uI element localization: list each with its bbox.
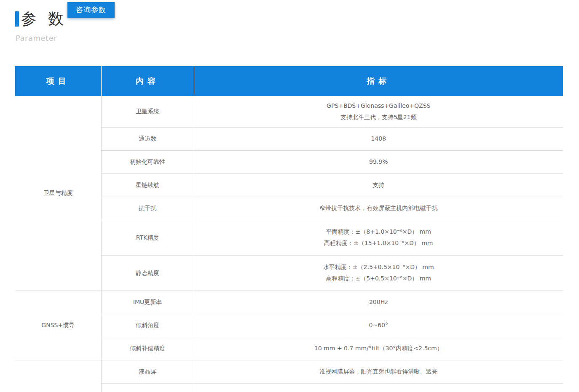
page-title-text: 参数 [21, 11, 75, 27]
item-label-cell [101, 383, 194, 392]
spec-value-line: 99.9% [198, 156, 559, 168]
spec-value-cell: 1408 [194, 127, 563, 150]
spec-value-line: 支持北斗三代，支持5星21频 [198, 112, 559, 123]
spec-value-line: GPS+BDS+Glonass+Galileo+QZSS [198, 100, 559, 112]
group-cell: 卫星与精度 [15, 96, 101, 291]
spec-value-cell [194, 383, 563, 392]
column-header: 内容 [101, 66, 194, 96]
spec-value-cell: 准视网膜屏幕，阳光直射也能看得清晰、透亮 [194, 360, 563, 383]
spec-value-cell: 水平精度：±（2.5+0.5×10⁻⁶×D） mm高程精度：±（5+0.5×10… [194, 255, 563, 291]
spec-value-cell: 窄带抗干扰技术，有效屏蔽主机内部电磁干扰 [194, 197, 563, 220]
table-row: GNSS+惯导IMU更新率200Hz [15, 291, 563, 314]
spec-value-cell: GPS+BDS+Glonass+Galileo+QZSS支持北斗三代，支持5星2… [194, 96, 563, 127]
item-label-cell: IMU更新率 [101, 291, 194, 314]
table-row: 卫星与精度卫星系统GPS+BDS+Glonass+Galileo+QZSS支持北… [15, 96, 563, 127]
spec-value-line: 高程精度：±（5+0.5×10⁻⁶×D） mm [198, 273, 559, 284]
spec-value-cell: 10 mm + 0.7 mm/°tilt（30°内精度<2.5cm） [194, 337, 563, 360]
item-label-cell: 初始化可靠性 [101, 150, 194, 173]
spec-value-cell: 99.9% [194, 150, 563, 173]
group-cell: GNSS+惯导 [15, 291, 101, 360]
spec-value-cell: 0~60° [194, 314, 563, 337]
spec-value-cell: 支持 [194, 173, 563, 197]
item-label-cell: RTK精度 [101, 220, 194, 255]
title-accent-bar [15, 11, 19, 27]
item-label-cell: 倾斜补偿精度 [101, 337, 194, 360]
spec-value-line: 高程精度：±（15+1.0×10⁻⁶×D） mm [198, 237, 559, 249]
group-cell [15, 360, 101, 392]
column-header: 项目 [15, 66, 101, 96]
page-title: 参数 [15, 11, 75, 27]
item-label-cell: 通道数 [101, 127, 194, 150]
spec-value-line: 支持 [198, 179, 559, 191]
spec-value-line: 10 mm + 0.7 mm/°tilt（30°内精度<2.5cm） [198, 343, 559, 354]
spec-value-line: 200Hz [198, 296, 559, 308]
spec-value-line: 窄带抗干扰技术，有效屏蔽主机内部电磁干扰 [198, 203, 559, 214]
spec-value-cell: 平面精度：±（8+1.0×10⁻⁶×D） mm高程精度：±（15+1.0×10⁻… [194, 220, 563, 255]
page-subtitle: Parameter [16, 34, 57, 43]
spec-value-cell: 200Hz [194, 291, 563, 314]
page: 咨询参数 参数 Parameter 项目内容指标 卫星与精度卫星系统GPS+BD… [0, 0, 579, 392]
consult-params-button[interactable]: 咨询参数 [67, 2, 115, 18]
table-header-row: 项目内容指标 [15, 66, 563, 96]
spec-value-line: 1408 [198, 133, 559, 144]
item-label-cell: 静态精度 [101, 255, 194, 291]
spec-value-line: 平面精度：±（8+1.0×10⁻⁶×D） mm [198, 226, 559, 237]
spec-value-line: 水平精度：±（2.5+0.5×10⁻⁶×D） mm [198, 261, 559, 273]
table-body: 卫星与精度卫星系统GPS+BDS+Glonass+Galileo+QZSS支持北… [15, 96, 563, 392]
spec-value-line: 0~60° [198, 320, 559, 331]
item-label-cell: 抗干扰 [101, 197, 194, 220]
item-label-cell: 星链续航 [101, 173, 194, 197]
column-header: 指标 [194, 66, 563, 96]
item-label-cell: 液晶屏 [101, 360, 194, 383]
spec-table: 项目内容指标 卫星与精度卫星系统GPS+BDS+Glonass+Galileo+… [15, 66, 563, 392]
item-label-cell: 卫星系统 [101, 96, 194, 127]
table-row: 液晶屏准视网膜屏幕，阳光直射也能看得清晰、透亮 [15, 360, 563, 383]
item-label-cell: 倾斜角度 [101, 314, 194, 337]
spec-value-line: 准视网膜屏幕，阳光直射也能看得清晰、透亮 [198, 366, 559, 377]
